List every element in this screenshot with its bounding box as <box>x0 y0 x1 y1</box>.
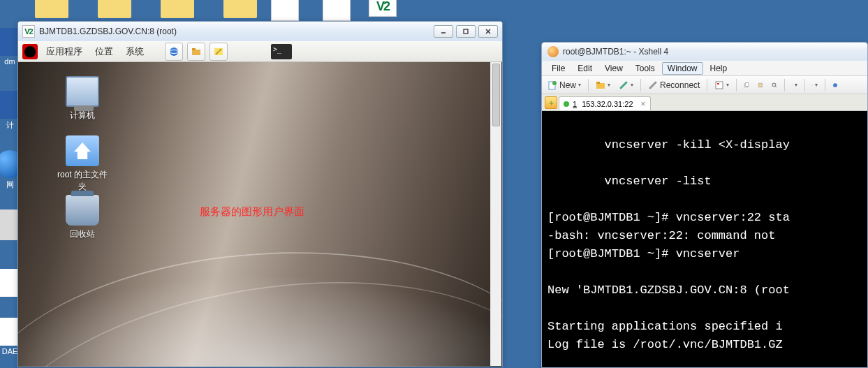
notes-launcher-icon[interactable] <box>209 43 228 61</box>
properties-button[interactable]: ▾ <box>712 79 732 91</box>
scrollbar-thumb[interactable] <box>492 64 500 126</box>
menu-file[interactable]: File <box>546 62 571 75</box>
svg-rect-5 <box>192 48 196 50</box>
svg-rect-11 <box>716 82 723 89</box>
menu-edit[interactable]: Edit <box>572 62 598 75</box>
annotation-text: 服务器的图形用户界面 <box>200 205 304 219</box>
svg-point-16 <box>773 83 777 87</box>
xshell-titlebar[interactable]: root@BJMTDB1:~ - Xshell 4 <box>542 43 867 61</box>
toolbar-label: New <box>559 80 576 90</box>
svg-line-17 <box>776 86 777 87</box>
host-folder[interactable] <box>91 0 138 20</box>
desktop-icon-computer[interactable]: 计算机 <box>54 76 110 122</box>
xshell-tabbar: ＋ 1 153.32.0.31:22 × <box>542 94 867 111</box>
svg-rect-12 <box>717 83 719 84</box>
menu-tools[interactable]: Tools <box>630 62 661 75</box>
desktop-icon-trash[interactable]: 回收站 <box>54 195 110 240</box>
svg-rect-10 <box>596 82 600 84</box>
svg-rect-15 <box>759 83 763 87</box>
host-icon-label: 计 <box>6 121 14 129</box>
color-button[interactable]: ▾ <box>809 80 821 91</box>
xshell-title-text: root@BJMTDB1:~ - Xshell 4 <box>563 47 668 57</box>
desktop-icon-home[interactable]: root 的主文件夹 <box>54 135 110 193</box>
paste-button[interactable] <box>755 80 766 91</box>
menu-window[interactable]: Window <box>662 62 703 75</box>
reconnect-button[interactable]: Reconnect <box>645 79 703 91</box>
menu-applications[interactable]: 应用程序 <box>42 44 87 59</box>
tab-add-button[interactable]: ＋ <box>545 96 557 109</box>
menu-places[interactable]: 位置 <box>91 44 117 59</box>
maximize-button[interactable] <box>456 25 476 38</box>
tab-status-dot-icon <box>564 101 569 107</box>
svg-rect-14 <box>746 82 749 86</box>
new-session-button[interactable]: New ▾ <box>545 79 584 91</box>
vnc-window: V2 BJMTDB1.GZDSBJ.GOV.CN:8 (root) 应用程序 位… <box>17 21 503 367</box>
toolbar-label: Reconnect <box>660 80 700 90</box>
xshell-app-icon <box>547 46 559 57</box>
host-folder[interactable] <box>28 0 75 20</box>
gnome-top-panel: 应用程序 位置 系统 <box>18 41 502 62</box>
terminal-launcher-icon[interactable] <box>271 44 292 59</box>
host-icon-label: 网 <box>6 180 14 189</box>
menu-help[interactable]: Help <box>705 62 733 75</box>
connect-button[interactable]: ▾ <box>616 79 636 91</box>
vnc-title-text: BJMTDB1.GZDSBJ.GOV.CN:8 (root) <box>39 27 177 36</box>
tab-number: 1 <box>573 100 577 108</box>
svg-rect-1 <box>464 29 468 34</box>
host-folder[interactable] <box>216 0 264 20</box>
copy-button[interactable] <box>741 80 752 91</box>
gnome-desktop[interactable]: 服务器的图形用户界面 计算机 root 的主文件夹 回收站 <box>18 62 502 367</box>
xshell-menubar: File Edit View Tools Window Help <box>542 61 867 76</box>
host-file[interactable] <box>271 0 299 21</box>
menu-view[interactable]: View <box>599 62 628 75</box>
computer-icon <box>66 76 99 107</box>
file-manager-launcher-icon[interactable] <box>187 43 205 61</box>
xshell-toolbar: New ▾ ▾ ▾ Reconnect ▾ ▾ ▾ <box>542 76 867 94</box>
host-folder[interactable] <box>154 0 201 20</box>
browser-launcher-icon[interactable] <box>165 43 183 61</box>
tab-label: 153.32.0.31:22 <box>582 100 633 108</box>
trash-icon <box>66 195 99 226</box>
xshell-terminal[interactable]: vncserver -kill <X-display vncserver -li… <box>542 111 867 367</box>
host-file[interactable] <box>323 0 351 21</box>
desktop-icon-label: 计算机 <box>54 110 110 122</box>
home-folder-icon <box>66 135 99 166</box>
close-button[interactable] <box>478 25 498 38</box>
xshell-window: root@BJMTDB1:~ - Xshell 4 File Edit View… <box>541 42 868 368</box>
find-button[interactable] <box>769 80 780 91</box>
vnc-vertical-scrollbar[interactable] <box>490 62 501 366</box>
host-icon-label: dm <box>4 57 15 66</box>
desktop-icon-label: root 的主文件夹 <box>54 169 110 193</box>
svg-rect-9 <box>596 83 605 89</box>
svg-point-2 <box>170 47 178 56</box>
open-button[interactable]: ▾ <box>593 79 613 91</box>
globe-button[interactable] <box>830 80 841 91</box>
svg-point-24 <box>834 83 838 87</box>
svg-rect-4 <box>192 50 200 55</box>
vnc-logo-icon: V2 <box>22 25 35 38</box>
menu-system[interactable]: 系统 <box>122 44 148 59</box>
print-button[interactable]: ▾ <box>789 80 800 91</box>
tab-close-icon[interactable]: × <box>641 99 646 109</box>
xshell-tab[interactable]: 1 153.32.0.31:22 × <box>559 96 651 110</box>
distro-logo-icon[interactable] <box>22 44 38 59</box>
minimize-button[interactable] <box>434 25 453 38</box>
svg-point-8 <box>552 81 557 85</box>
desktop-icon-label: 回收站 <box>54 228 110 240</box>
host-icon-label: DAE <box>2 347 18 355</box>
vnc-titlebar[interactable]: V2 BJMTDB1.GZDSBJ.GOV.CN:8 (root) <box>18 22 502 41</box>
host-vnc-shortcut[interactable]: V2 <box>369 0 397 17</box>
